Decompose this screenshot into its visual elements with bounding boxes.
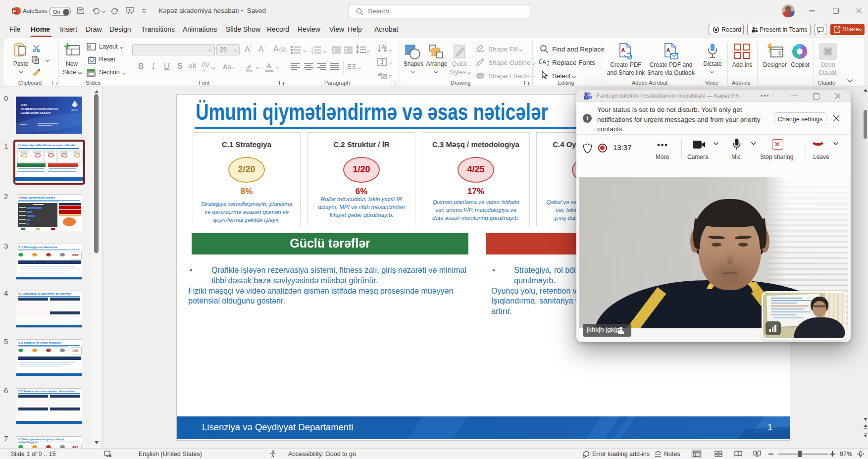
svg-text:T: T bbox=[586, 95, 588, 99]
svg-text:A: A bbox=[666, 48, 670, 53]
svg-text:3: 3 bbox=[311, 52, 313, 54]
svg-text:A: A bbox=[542, 59, 546, 66]
svg-text:A: A bbox=[382, 45, 385, 50]
svg-text:A: A bbox=[621, 48, 625, 53]
svg-text:P: P bbox=[13, 9, 16, 14]
